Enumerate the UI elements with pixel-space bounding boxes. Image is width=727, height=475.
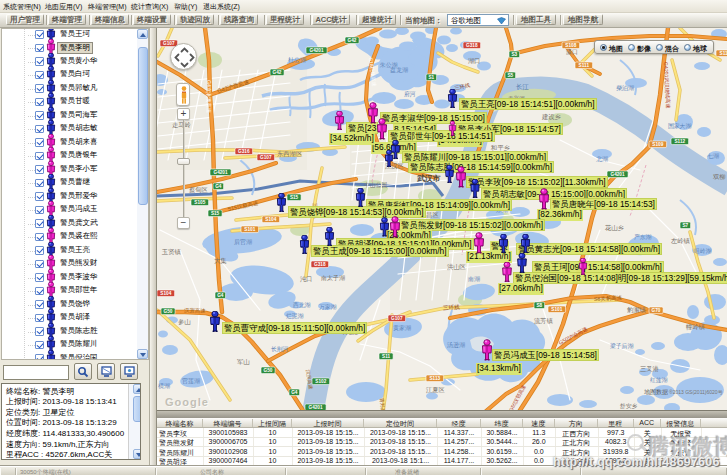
svg-text:走马岭: 走马岭 xyxy=(172,121,192,129)
svg-text:G4: G4 xyxy=(215,184,222,189)
svg-text:S15: S15 xyxy=(211,211,220,216)
svg-text:长江: 长江 xyxy=(516,83,529,91)
svg-text:双柳: 双柳 xyxy=(713,173,726,180)
svg-text:南太子湖: 南太子湖 xyxy=(321,274,345,282)
svg-text:幢岭镇: 幢岭镇 xyxy=(686,323,706,331)
svg-text:横湖: 横湖 xyxy=(158,383,170,389)
svg-text:S11: S11 xyxy=(382,354,390,359)
svg-text:七湖: 七湖 xyxy=(707,153,719,159)
svg-text:G4201: G4201 xyxy=(214,170,228,175)
svg-text:大集: 大集 xyxy=(214,257,227,264)
svg-text:地图数据: 地图数据 xyxy=(644,389,668,396)
svg-text:S113: S113 xyxy=(429,376,440,381)
svg-text:国家大湖: 国家大湖 xyxy=(668,122,691,130)
svg-text:柴泊湖: 柴泊湖 xyxy=(616,85,634,92)
svg-text:G42: G42 xyxy=(273,70,282,75)
svg-text:S109: S109 xyxy=(652,142,663,147)
svg-text:舒安乡: 舒安乡 xyxy=(619,403,638,410)
svg-text:S1: S1 xyxy=(428,75,434,80)
svg-text:S104: S104 xyxy=(265,217,276,222)
svg-text:严东湖: 严东湖 xyxy=(634,234,652,240)
svg-text:S8: S8 xyxy=(536,303,542,308)
svg-text:S112: S112 xyxy=(674,139,685,144)
svg-text:南湖: 南湖 xyxy=(468,276,480,282)
svg-text:蔡甸区: 蔡甸区 xyxy=(189,186,209,194)
svg-text:S3: S3 xyxy=(511,52,517,57)
svg-text:S5: S5 xyxy=(507,73,513,78)
svg-text:S7: S7 xyxy=(682,223,688,228)
svg-text:S101: S101 xyxy=(244,227,255,232)
svg-text:梁子后湖: 梁子后湖 xyxy=(610,342,633,350)
svg-text:西北湖: 西北湖 xyxy=(293,302,311,309)
svg-text:江夏区: 江夏区 xyxy=(425,386,446,394)
svg-text:黄家湖: 黄家湖 xyxy=(393,324,411,331)
svg-text:S105: S105 xyxy=(194,200,205,205)
svg-text:G318: G318 xyxy=(314,262,326,267)
svg-text:G316: G316 xyxy=(238,149,250,154)
svg-text:后官湖: 后官湖 xyxy=(234,238,252,246)
svg-text:建设乡: 建设乡 xyxy=(541,113,562,121)
svg-text:G107: G107 xyxy=(391,316,403,321)
svg-text:和平乡: 和平乡 xyxy=(490,144,511,151)
svg-text:军山: 军山 xyxy=(237,358,250,365)
svg-text:豹澥镇: 豹澥镇 xyxy=(627,306,647,314)
svg-text:北湖: 北湖 xyxy=(596,155,608,163)
svg-text:红莲湖: 红莲湖 xyxy=(650,377,668,383)
svg-text:G70: G70 xyxy=(652,308,661,313)
svg-text:三叉港: 三叉港 xyxy=(640,365,660,373)
svg-text:G42: G42 xyxy=(348,38,357,43)
svg-text:汤逊湖: 汤逊湖 xyxy=(447,341,465,349)
svg-text:沌口: 沌口 xyxy=(300,275,313,283)
svg-text:东西湖区: 东西湖区 xyxy=(277,150,303,158)
svg-text:G4201: G4201 xyxy=(611,172,625,177)
svg-text:参山: 参山 xyxy=(178,318,191,325)
svg-text:武汉市: 武汉市 xyxy=(416,174,441,183)
svg-text:G50: G50 xyxy=(164,309,173,314)
svg-text:烂泥湖: 烂泥湖 xyxy=(286,312,304,320)
svg-text:中山公园: 中山公园 xyxy=(364,182,387,189)
svg-text:左岭镇: 左岭镇 xyxy=(671,237,691,244)
svg-text:流芳镇: 流芳镇 xyxy=(534,317,554,325)
svg-text:S111: S111 xyxy=(720,51,727,56)
svg-text:咀岭湖: 咀岭湖 xyxy=(694,247,712,254)
svg-text:G4201: G4201 xyxy=(310,48,324,53)
svg-text:府河: 府河 xyxy=(404,91,416,98)
svg-text:G4: G4 xyxy=(217,293,224,298)
svg-text:S15: S15 xyxy=(290,195,299,200)
svg-text:青郑高速: 青郑高速 xyxy=(379,398,387,410)
svg-text:®2013 GS(2011)6020号: ®2013 GS(2011)6020号 xyxy=(669,389,723,395)
svg-text:汉宜高速: 汉宜高速 xyxy=(184,307,206,314)
svg-text:三环线: 三环线 xyxy=(443,304,461,311)
svg-text:长荆河: 长荆河 xyxy=(271,346,289,353)
svg-text:朱公湖: 朱公湖 xyxy=(379,62,398,68)
svg-text:G50: G50 xyxy=(264,368,273,373)
svg-text:S108: S108 xyxy=(565,43,576,48)
svg-text:官莲湖: 官莲湖 xyxy=(182,377,200,384)
svg-text:花山乡: 花山乡 xyxy=(604,224,625,232)
svg-text:G4京港澳高速: G4京港澳高速 xyxy=(205,80,212,113)
svg-text:G4: G4 xyxy=(291,390,298,395)
svg-text:滠口: 滠口 xyxy=(566,48,578,56)
svg-text:S104: S104 xyxy=(160,291,171,296)
svg-text:S111: S111 xyxy=(579,63,590,68)
svg-text:G318: G318 xyxy=(466,43,478,48)
svg-text:S101: S101 xyxy=(551,307,562,312)
svg-text:万家湖: 万家湖 xyxy=(319,304,337,310)
svg-text:G107: G107 xyxy=(260,155,272,160)
svg-text:玉贤镇: 玉贤镇 xyxy=(161,248,182,256)
svg-text:洪山区: 洪山区 xyxy=(447,263,467,271)
svg-text:S102: S102 xyxy=(315,379,326,384)
svg-text:杜公湖: 杜公湖 xyxy=(288,57,306,63)
svg-text:湖口: 湖口 xyxy=(468,57,481,65)
